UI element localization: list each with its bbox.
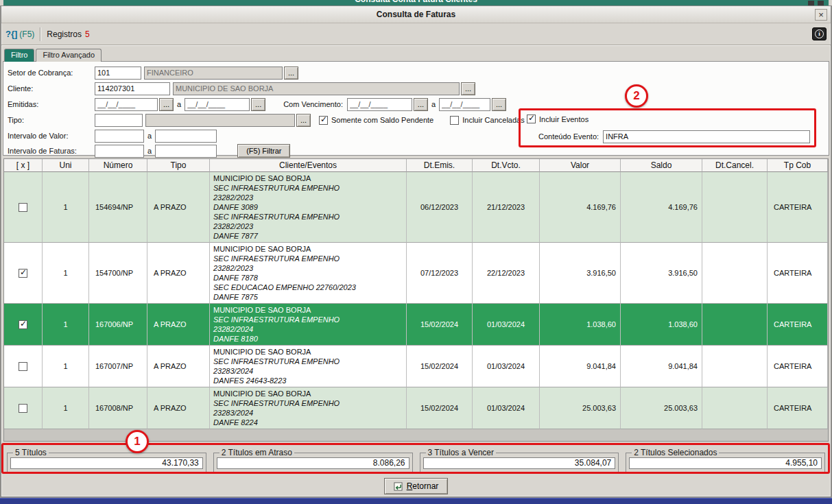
info-button[interactable]: i: [812, 27, 827, 40]
row-checkbox[interactable]: [19, 362, 27, 371]
table-row[interactable]: 1 154694/NP A PRAZO MUNICIPIO DE SAO BOR…: [4, 172, 828, 243]
toolbar-separator: [40, 27, 41, 41]
cell-dt-vcto: 22/12/2023: [473, 243, 540, 304]
cell-cliente-eventos: MUNICIPIO DE SAO BORJASEC INFRAESTRUTURA…: [210, 304, 407, 346]
cell-check: [4, 304, 43, 346]
emitidas-from-calendar-button[interactable]: ...: [159, 98, 174, 111]
tipo-code-input[interactable]: [95, 114, 143, 127]
cell-uni: 1: [43, 304, 89, 346]
cell-dt-vcto: 01/03/2024: [473, 346, 540, 387]
summary-bar: 5 Títulos 43.170,33 2 Títulos em Atraso …: [1, 442, 831, 475]
background-window-button: [808, 1, 814, 5]
vencimento-to-input[interactable]: [439, 98, 490, 111]
taskbar-strip: [0, 498, 832, 504]
row-checkbox[interactable]: [19, 320, 27, 329]
incluir-eventos-group: Incluir Eventos: [527, 115, 589, 123]
somente-saldo-checkbox[interactable]: [319, 116, 328, 125]
setor-lookup-button[interactable]: ...: [284, 67, 298, 80]
cell-dt-emis: 15/02/2024: [407, 304, 473, 346]
consulta-faturas-window: Consulta de Faturas × ?{] (F5) Registros…: [1, 5, 831, 497]
table-row[interactable]: 1 154700/NP A PRAZO MUNICIPIO DE SAO BOR…: [4, 243, 828, 304]
cell-valor: 1.038,60: [540, 304, 621, 346]
row-checkbox[interactable]: [19, 404, 27, 413]
tipo-row: Tipo: ... Somente com Saldo Pendente Inc…: [8, 113, 525, 127]
valor-from-input[interactable]: [95, 130, 144, 143]
emitidas-a-label: a: [177, 100, 181, 108]
button-bar: Retornar: [1, 475, 831, 494]
column-header-valor[interactable]: Valor: [540, 159, 621, 172]
summary-atraso-box: 2 Títulos em Atraso 8.086,26: [213, 448, 413, 472]
tab-filtro[interactable]: Filtro: [4, 49, 34, 62]
faturas-a-label: a: [147, 147, 152, 155]
tipo-lookup-button[interactable]: ...: [296, 114, 311, 127]
com-vencimento-label: Com Vencimento:: [283, 100, 343, 108]
cell-check: [4, 387, 43, 429]
column-header-dt-emis[interactable]: Dt.Emis.: [407, 159, 473, 172]
retornar-button[interactable]: Retornar: [384, 478, 449, 494]
cell-dt-cancel: [702, 172, 768, 243]
column-header-tipo[interactable]: Tipo: [147, 159, 210, 172]
cliente-code-input[interactable]: [95, 82, 170, 95]
close-button[interactable]: ×: [815, 9, 827, 21]
cell-cliente-eventos: MUNICIPIO DE SAO BORJASEC INFRAESTRUTURA…: [210, 243, 407, 304]
cell-tipo: A PRAZO: [147, 346, 210, 387]
tab-filtro-avancado[interactable]: Filtro Avançado: [36, 49, 102, 62]
cell-tipo: A PRAZO: [147, 172, 210, 243]
cell-numero: 167007/NP: [89, 346, 147, 387]
toolbar: ?{] (F5) Registros 5 i: [1, 23, 831, 45]
column-header-tp-cob[interactable]: Tp Cob: [768, 159, 828, 172]
filtrar-button[interactable]: (F5) Filtrar: [237, 144, 290, 158]
conteudo-evento-input[interactable]: [603, 130, 810, 143]
cell-uni: 1: [43, 243, 89, 304]
table-row[interactable]: 1 167008/NP A PRAZO MUNICIPIO DE SAO BOR…: [4, 387, 828, 429]
column-header-numero[interactable]: Número: [89, 159, 147, 172]
summary-vencer-box: 3 Títulos a Vencer 35.084,07: [420, 448, 619, 472]
help-braces-icon[interactable]: ?{]: [5, 29, 17, 39]
cliente-row: Cliente: ...: [8, 82, 475, 95]
cliente-lookup-button[interactable]: ...: [461, 82, 475, 95]
table-row[interactable]: 1 167007/NP A PRAZO MUNICIPIO DE SAO BOR…: [4, 346, 828, 387]
vencimento-to-calendar-button[interactable]: ...: [492, 98, 506, 111]
cell-saldo: 4.169,76: [621, 172, 702, 243]
cell-numero: 167006/NP: [89, 304, 147, 346]
column-header-saldo[interactable]: Saldo: [621, 159, 702, 172]
vencimento-from-calendar-button[interactable]: ...: [414, 98, 428, 111]
setor-label: Setor de Cobrança:: [8, 69, 95, 77]
column-header-dt-vcto[interactable]: Dt.Vcto.: [473, 159, 540, 172]
info-icon: i: [815, 29, 824, 38]
cell-dt-emis: 15/02/2024: [407, 346, 473, 387]
setor-code-input[interactable]: [95, 67, 141, 80]
row-checkbox[interactable]: [19, 269, 27, 278]
incluir-eventos-checkbox[interactable]: [527, 115, 536, 123]
column-header-cliente-eventos[interactable]: Cliente/Eventos: [210, 159, 407, 172]
cell-dt-vcto: 01/03/2024: [473, 387, 540, 429]
faturas-to-input[interactable]: [155, 145, 217, 158]
close-icon: ×: [818, 10, 824, 19]
cell-cliente-eventos: MUNICIPIO DE SAO BORJASEC INFRAESTRUTURA…: [210, 346, 407, 387]
emitidas-to-input[interactable]: [185, 98, 250, 111]
cell-valor: 9.041,84: [540, 346, 621, 387]
cell-dt-cancel: [702, 346, 768, 387]
faturas-from-input[interactable]: [95, 145, 144, 158]
summary-atraso-label: 2 Títulos em Atraso: [219, 448, 294, 457]
row-checkbox[interactable]: [19, 203, 27, 212]
emitidas-row: Emitidas: ... a ... Com Vencimento: ... …: [8, 97, 506, 111]
summary-vencer-value: 35.084,07: [423, 457, 616, 469]
valor-to-input[interactable]: [155, 130, 217, 143]
table-row[interactable]: 1 167006/NP A PRAZO MUNICIPIO DE SAO BOR…: [4, 304, 828, 346]
emitidas-to-calendar-button[interactable]: ...: [251, 98, 265, 111]
cell-dt-emis: 07/12/2023: [407, 243, 473, 304]
emitidas-from-input[interactable]: [95, 98, 158, 111]
return-icon: [394, 482, 403, 491]
column-header-uni[interactable]: Uni: [43, 159, 89, 172]
somente-saldo-label: Somente com Saldo Pendente: [331, 116, 433, 124]
intervalo-faturas-label: Intervalo de Faturas:: [8, 147, 95, 155]
column-header-check[interactable]: [ x ]: [4, 159, 43, 172]
cell-tipo: A PRAZO: [147, 243, 210, 304]
incluir-canceladas-checkbox[interactable]: [450, 116, 459, 125]
column-header-dt-cancel[interactable]: Dt.Cancel.: [702, 159, 768, 172]
cell-dt-cancel: [702, 304, 768, 346]
background-window-titlebar: Consulta Conta Fatura Clientes: [0, 0, 832, 5]
cell-cliente-eventos: MUNICIPIO DE SAO BORJASEC INFRAESTRUTURA…: [210, 172, 407, 243]
vencimento-from-input[interactable]: [347, 98, 412, 111]
